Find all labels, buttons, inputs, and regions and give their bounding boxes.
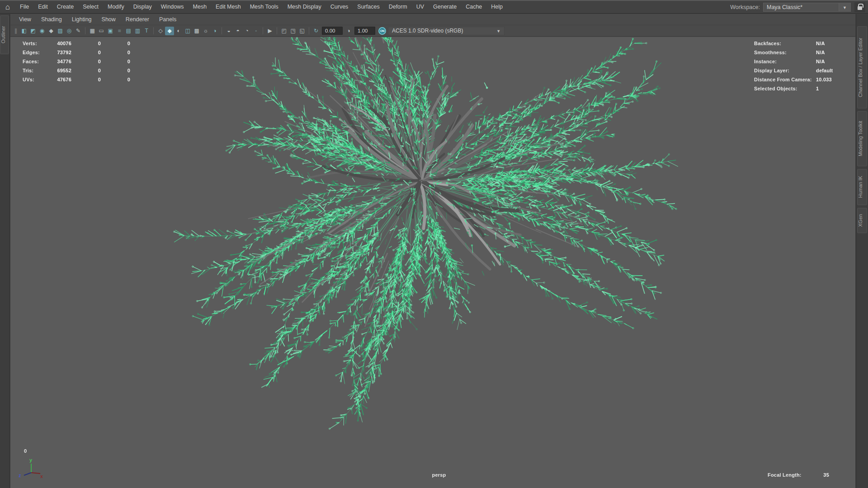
wireframe-display-icon[interactable]: ◇	[156, 27, 165, 35]
fog-icon[interactable]: ▪	[251, 27, 260, 35]
workspace-selector[interactable]: Maya Classic*	[763, 3, 839, 12]
menu-generate[interactable]: Generate	[429, 1, 461, 13]
lock-camera-icon[interactable]: ◩	[28, 27, 38, 35]
menu-mesh[interactable]: Mesh	[189, 1, 212, 13]
bookmarks-icon[interactable]: ◆	[47, 27, 56, 35]
right-tab-strip: Channel Box / Layer Editor Modeling Tool…	[856, 14, 868, 488]
tab-outliner[interactable]: Outliner	[0, 15, 9, 54]
grid-icon[interactable]: ▦	[88, 27, 97, 35]
default-material-icon[interactable]: ◫	[183, 27, 192, 35]
color-management-toggle[interactable]: ON	[378, 27, 386, 35]
menu-create[interactable]: Create	[52, 1, 79, 13]
home-icon[interactable]: ⌂	[0, 1, 15, 14]
depth-of-field-icon[interactable]: ◔	[242, 27, 251, 35]
colorspace-dropdown-arrow-icon: ▼	[496, 27, 504, 35]
viewport-canvas[interactable]	[10, 37, 855, 474]
menu-mesh-display[interactable]: Mesh Display	[283, 1, 326, 13]
motion-blur-icon[interactable]: ◓	[233, 27, 242, 35]
menu-deform[interactable]: Deform	[384, 1, 412, 13]
select-camera-icon[interactable]: ◧	[19, 27, 28, 35]
menu-edit[interactable]: Edit	[33, 1, 52, 13]
2d-pan-zoom-icon[interactable]: ◎	[65, 27, 74, 35]
focal-length-label: Focal Length:	[768, 472, 802, 478]
colorspace-dropdown[interactable]: ACES 1.0 SDR-video (sRGB) ▼	[388, 27, 505, 35]
camera-attributes-icon[interactable]: ◉	[38, 27, 47, 35]
workspace-area: Workspace: Maya Classic* ▼	[730, 1, 868, 14]
menu-modify[interactable]: Modify	[103, 1, 129, 13]
exposure-icon[interactable]: ↻	[311, 27, 321, 35]
toolbar-separator	[222, 27, 222, 34]
xray-display-icon[interactable]: ◳	[288, 27, 297, 35]
tab-channel-box-layer-editor[interactable]: Channel Box / Layer Editor	[857, 26, 867, 108]
axis-x-label: x	[40, 474, 43, 479]
panel-toolbar: ❚ ◧ ◩ ◉ ◆ ▨ ◎ ✎ ▦ ▭ ▣ ■ ▤ ▥ T ◇ ◆ ◐ ◫ ▩ …	[10, 25, 855, 37]
colorspace-value: ACES 1.0 SDR-video (sRGB)	[392, 27, 463, 35]
toolbar-separator	[153, 27, 154, 34]
menu-help[interactable]: Help	[486, 1, 507, 13]
focal-length-value: 35	[803, 472, 829, 478]
safe-action-icon[interactable]: ▥	[133, 27, 142, 35]
xray-joints-icon[interactable]: ◱	[297, 27, 307, 35]
menu-display[interactable]: Display	[129, 1, 156, 13]
tab-modeling-toolkit[interactable]: Modeling Toolkit	[857, 111, 867, 166]
menu-edit-mesh[interactable]: Edit Mesh	[211, 1, 245, 13]
textured-display-icon[interactable]: ◐	[174, 27, 183, 35]
safe-title-icon[interactable]: T	[142, 27, 151, 35]
tab-human-ik[interactable]: Human IK	[857, 169, 867, 205]
view-axis-gizmo: y x z	[15, 456, 44, 480]
hud-focal-length: Focal Length: 35	[768, 472, 829, 478]
grease-pencil-icon[interactable]: ✎	[74, 27, 83, 35]
use-all-lights-icon[interactable]: ☼	[201, 27, 210, 35]
toolbar-separator	[277, 27, 277, 34]
panel-menu-panels[interactable]: Panels	[154, 14, 181, 25]
gamma-icon[interactable]: ◑	[344, 27, 353, 35]
hud-current-frame: 0	[24, 448, 27, 454]
menu-mesh-tools[interactable]: Mesh Tools	[245, 1, 283, 13]
image-plane-icon[interactable]: ▨	[56, 27, 65, 35]
resolution-gate-icon[interactable]: ▣	[106, 27, 115, 35]
toolbar-separator	[85, 27, 85, 34]
screen-space-ao-icon[interactable]: ◒	[224, 27, 233, 35]
workspace-lock-button[interactable]	[854, 2, 865, 12]
exposure-field[interactable]: 0.00	[322, 27, 343, 35]
panel-menu-view[interactable]: View	[14, 14, 36, 25]
tab-xgen[interactable]: XGen	[857, 208, 867, 233]
menu-windows[interactable]: Windows	[156, 1, 189, 13]
field-chart-icon[interactable]: ▤	[124, 27, 133, 35]
viewport-3d[interactable]: Verts: 40076 0 0 Edges: 73792 0 0 Faces:…	[10, 37, 855, 488]
menu-uv[interactable]: UV	[412, 1, 429, 13]
workspace-dropdown-arrow-icon[interactable]: ▼	[839, 3, 851, 12]
menu-file[interactable]: File	[15, 1, 33, 13]
shadows-icon[interactable]: ◑	[210, 27, 219, 35]
menu-surfaces[interactable]: Surfaces	[353, 1, 384, 13]
toolbar-separator	[309, 27, 309, 34]
axis-z-label: z	[19, 473, 21, 478]
menu-cache[interactable]: Cache	[461, 1, 486, 13]
menu-curves[interactable]: Curves	[326, 1, 353, 13]
panel-menu-renderer[interactable]: Renderer	[121, 14, 154, 25]
isolate-select-icon[interactable]: ◰	[279, 27, 288, 35]
toolbar-separator	[263, 27, 263, 34]
select-tool-icon[interactable]: ▶	[265, 27, 274, 35]
toolbar-grip[interactable]: ❚	[14, 28, 18, 34]
menu-select[interactable]: Select	[78, 1, 103, 13]
axis-y-label: y	[29, 457, 33, 463]
film-gate-icon[interactable]: ▭	[97, 27, 106, 35]
lock-icon	[858, 6, 862, 10]
panel-menu-shading[interactable]: Shading	[36, 14, 67, 25]
checker-display-icon[interactable]: ▩	[192, 27, 201, 35]
workspace-label: Workspace:	[730, 4, 760, 10]
hud-camera-name: persp	[412, 472, 466, 478]
app-menu-bar: ⌂ File Edit Create Select Modify Display…	[0, 0, 868, 14]
panel-menu-lighting[interactable]: Lighting	[67, 14, 97, 25]
shaded-display-icon[interactable]: ◆	[165, 27, 174, 35]
panel-menu-bar: View Shading Lighting Show Renderer Pane…	[10, 14, 855, 25]
gamma-field[interactable]: 1.00	[354, 27, 375, 35]
panel-menu-show[interactable]: Show	[97, 14, 121, 25]
gate-mask-icon[interactable]: ■	[115, 27, 124, 35]
perspective-panel: View Shading Lighting Show Renderer Pane…	[10, 14, 855, 488]
left-tab-strip: Outliner	[0, 14, 10, 488]
